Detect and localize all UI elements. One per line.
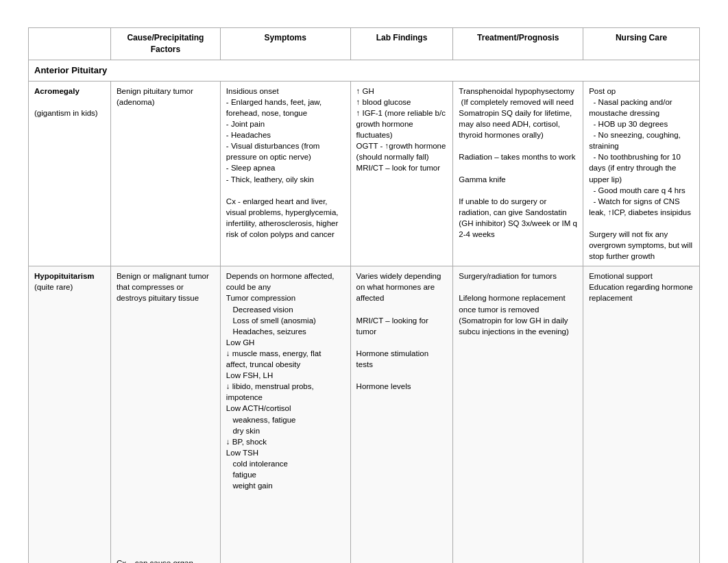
header-col2: Cause/Precipitating Factors bbox=[110, 28, 220, 60]
cell-acromegaly-col3: Insidious onset - Enlarged hands, feet, … bbox=[220, 81, 350, 266]
main-table-wrapper: Cause/Precipitating Factors Symptoms Lab… bbox=[28, 27, 700, 563]
cell-hypopituitarism-col5: Surgery/radiation for tumors Lifelong ho… bbox=[453, 266, 583, 563]
header-col4: Lab Findings bbox=[350, 28, 453, 60]
cell-hypopituitarism-col4: Varies widely depending on what hormones… bbox=[350, 266, 453, 563]
cell-acromegaly-col5: Transphenoidal hypophysectomy (If comple… bbox=[453, 81, 583, 266]
medical-table: Cause/Precipitating Factors Symptoms Lab… bbox=[28, 27, 700, 563]
header-col6: Nursing Care bbox=[583, 28, 700, 60]
cell-acromegaly-col4: ↑ GH ↑ blood glucose ↑ IGF-1 (more relia… bbox=[350, 81, 453, 266]
cell-acromegaly-col1: Acromegaly (gigantism in kids) bbox=[29, 81, 111, 266]
table-row: Hypopituitarism (quite rare)Benign or ma… bbox=[29, 266, 700, 563]
cell-hypopituitarism-col3: Depends on hormone affected, could be an… bbox=[220, 266, 350, 563]
header-col5: Treatment/Prognosis bbox=[453, 28, 583, 60]
cell-hypopituitarism-col6: Emotional support Education regarding ho… bbox=[583, 266, 700, 563]
header-col3: Symptoms bbox=[220, 28, 350, 60]
cell-hypopituitarism-col1: Hypopituitarism (quite rare) bbox=[29, 266, 111, 563]
section-header-row: Anterior Pituitary bbox=[29, 60, 700, 81]
header-col1 bbox=[29, 28, 111, 60]
cell-acromegaly-col2: Benign pituitary tumor (adenoma) bbox=[110, 81, 220, 266]
table-row: Acromegaly (gigantism in kids)Benign pit… bbox=[29, 81, 700, 266]
cell-hypopituitarism-col2: Benign or malignant tumor that compresse… bbox=[110, 266, 220, 563]
cell-acromegaly-col6: Post op - Nasal packing and/or moustache… bbox=[583, 81, 700, 266]
